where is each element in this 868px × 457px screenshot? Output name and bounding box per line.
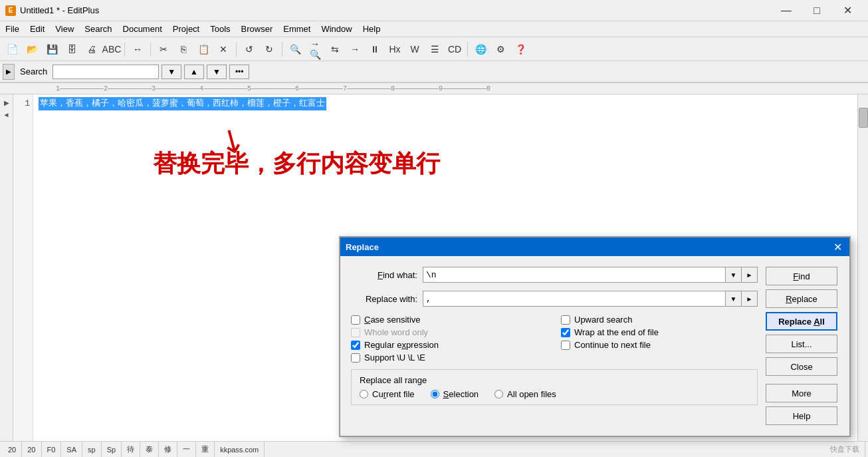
search-next-btn[interactable]: ▼	[207, 65, 227, 79]
scroll-thumb[interactable]	[859, 108, 868, 128]
replace-all-button[interactable]: Replace All	[766, 312, 837, 331]
minimize-button[interactable]: —	[771, 0, 802, 21]
menu-help[interactable]: Help	[358, 21, 386, 37]
menu-project[interactable]: Project	[167, 21, 205, 37]
toolbar-sep-2	[150, 42, 151, 57]
menu-tools[interactable]: Tools	[205, 21, 235, 37]
wrap-label[interactable]: Wrap at the end of file	[574, 327, 659, 337]
wordcount-button[interactable]: Hx	[385, 40, 404, 59]
browser-button[interactable]: 🌐	[471, 40, 490, 59]
status-bar: 20 20 F0 SA sp Sp 待 泰 修 一 重 kkpass.com 快…	[0, 441, 868, 457]
wordwrap-button[interactable]: W	[405, 40, 424, 59]
replace-row: Replace with: ▼ ►	[351, 291, 758, 307]
vertical-scrollbar[interactable]	[857, 94, 868, 441]
upward-search-label[interactable]: Upward search	[574, 315, 632, 325]
replace-button[interactable]: ⇆	[326, 40, 344, 59]
list-button[interactable]: List...	[766, 335, 837, 353]
open-button[interactable]: 📂	[23, 40, 41, 59]
more-button[interactable]: More	[766, 384, 837, 402]
search-option-btn[interactable]: •••	[229, 65, 250, 79]
save-button[interactable]: 💾	[43, 40, 61, 59]
print-button[interactable]: 🖨	[82, 40, 101, 59]
cut-button[interactable]: ✂	[154, 40, 173, 59]
menu-document[interactable]: Document	[118, 21, 167, 37]
find-next-button[interactable]: →🔍	[306, 40, 324, 59]
dialog-title: Replace	[346, 242, 379, 252]
support-label[interactable]: Support \U \L \E	[364, 353, 425, 363]
radio-all-files-input[interactable]	[494, 390, 503, 398]
continue-checkbox[interactable]	[561, 341, 570, 350]
menu-search[interactable]: Search	[79, 21, 117, 37]
menu-emmet[interactable]: Emmet	[278, 21, 316, 37]
goto-button[interactable]: →	[346, 40, 364, 59]
find-history-btn[interactable]: ►	[742, 267, 758, 283]
whole-word-checkbox[interactable]	[351, 328, 360, 337]
help-button[interactable]: Help	[766, 406, 837, 425]
search-prev-btn[interactable]: ▲	[184, 65, 204, 79]
options-grid: Case sensitive Upward search Whole word …	[351, 315, 758, 363]
radio-all-files-label[interactable]: All open files	[507, 389, 556, 399]
status-site: kkpass.com	[215, 442, 265, 457]
find-button[interactable]: Find	[766, 267, 837, 285]
close-button[interactable]: Close	[766, 357, 837, 376]
menu-file[interactable]: File	[0, 21, 25, 37]
replace-history-btn[interactable]: ►	[742, 291, 758, 307]
radio-selection-input[interactable]	[431, 390, 439, 398]
search-toolbar-btn[interactable]: ▼	[162, 65, 181, 79]
paste-button[interactable]: 📋	[194, 40, 213, 59]
menu-window[interactable]: Window	[316, 21, 357, 37]
upward-search-checkbox[interactable]	[561, 315, 570, 325]
regex-checkbox[interactable]	[351, 341, 360, 350]
continue-label[interactable]: Continue to next file	[574, 340, 651, 350]
settings-button[interactable]: ⚙	[491, 40, 510, 59]
linenums-button[interactable]: ☰	[425, 40, 444, 59]
wrap-checkbox[interactable]	[561, 328, 570, 337]
redo-button[interactable]: ↻	[260, 40, 278, 59]
toolbar-sep-5	[467, 42, 468, 57]
search-toolbar-input[interactable]	[53, 65, 159, 79]
left-panel-toggle[interactable]: ▶	[3, 64, 15, 80]
close-button[interactable]: ✕	[832, 0, 863, 21]
replace-dropdown-btn[interactable]: ▼	[726, 291, 742, 307]
left-sb-arrow[interactable]: ▶	[1, 97, 12, 108]
menu-edit[interactable]: Edit	[25, 21, 50, 37]
replace-input[interactable]	[423, 291, 726, 307]
radio-current-file-input[interactable]	[360, 390, 368, 398]
menu-view[interactable]: View	[50, 21, 79, 37]
new-button[interactable]: 📄	[3, 40, 21, 59]
undo-button[interactable]: ↺	[240, 40, 259, 59]
status-wait: 待	[122, 442, 140, 457]
status-sp2: Sp	[102, 442, 122, 457]
save-all-button[interactable]: 🗄	[62, 40, 81, 59]
replace-range-group: Replace all range Current file Selection…	[351, 369, 758, 405]
line-numbers: 1	[13, 94, 33, 441]
regex-label[interactable]: Regular expression	[364, 340, 439, 350]
replace-button[interactable]: Replace	[766, 289, 837, 308]
menu-browser[interactable]: Browser	[236, 21, 278, 37]
find-button[interactable]: 🔍	[286, 40, 304, 59]
find-dropdown-btn[interactable]: ▼	[726, 267, 742, 283]
search-toolbar: ▶ Search ▼ ▲ ▼ •••	[0, 61, 868, 82]
case-sensitive-label[interactable]: Case sensitive	[364, 315, 421, 325]
support-checkbox[interactable]	[351, 353, 360, 363]
line-number-1: 1	[16, 97, 30, 110]
replace-range-title: Replace all range	[360, 375, 749, 385]
status-xiu: 修	[159, 442, 177, 457]
toggle-button[interactable]: ↔	[128, 40, 147, 59]
copy-button[interactable]: ⎘	[174, 40, 193, 59]
editor-content[interactable]: 苹果，香蕉，橘子，哈密瓜，菠萝蜜，葡萄，西红柿，榴莲，橙子，红富士	[33, 94, 857, 113]
left-sb-arrow2[interactable]: ◄	[1, 109, 12, 120]
radio-selection-label[interactable]: Selection	[443, 389, 479, 399]
delete-button[interactable]: ✕	[214, 40, 233, 59]
continue-row: Continue to next file	[561, 340, 758, 350]
radio-current-file-label[interactable]: Current file	[372, 389, 415, 399]
spell-button[interactable]: ABC	[102, 40, 121, 59]
column-select-button[interactable]: ⏸	[366, 40, 384, 59]
help-tb-button[interactable]: ❓	[511, 40, 530, 59]
case-sensitive-checkbox[interactable]	[351, 315, 360, 325]
cd-button[interactable]: CD	[445, 40, 464, 59]
toolbar-sep-4	[282, 42, 282, 57]
maximize-button[interactable]: □	[802, 0, 832, 21]
find-input[interactable]	[423, 267, 726, 283]
dialog-close-button[interactable]: ✕	[831, 240, 844, 253]
